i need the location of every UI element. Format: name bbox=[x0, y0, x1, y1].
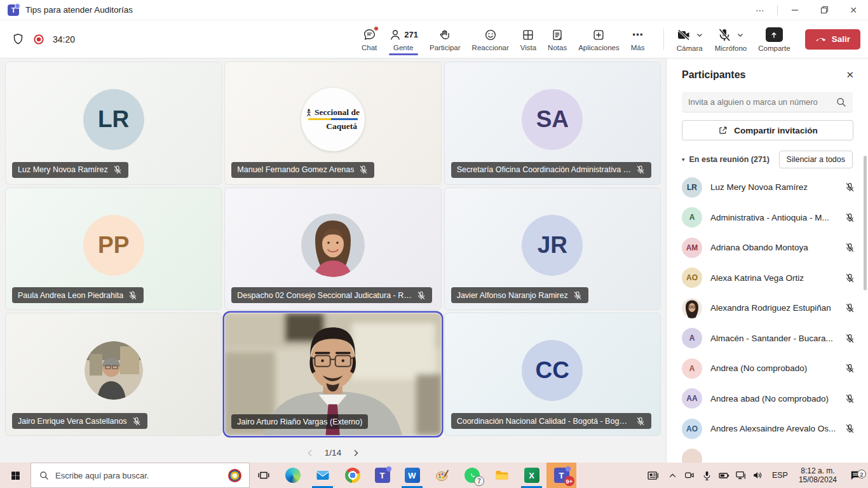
teams-meeting-window: T Tips para atender Auditorías ⋯ ✕ 34:20 bbox=[0, 0, 868, 488]
participants-panel: Participantes ✕ Compartir invitación ▾ E… bbox=[666, 58, 868, 463]
mic-muted-icon[interactable] bbox=[844, 423, 855, 434]
share-control[interactable]: Comparte bbox=[752, 27, 796, 52]
video-grid: LR Luz Mery Novoa Ramírez Seccional de bbox=[0, 58, 666, 436]
restore-icon[interactable] bbox=[810, 0, 839, 20]
taskbar-teams[interactable]: T bbox=[367, 463, 397, 488]
mic-muted-icon[interactable] bbox=[844, 333, 855, 344]
minimize-icon[interactable] bbox=[780, 0, 810, 20]
video-tile[interactable]: Despacho 02 Consejo Seccional Judicatura… bbox=[224, 187, 441, 311]
tab-chat[interactable]: Chat bbox=[356, 20, 383, 58]
panel-close-icon[interactable]: ✕ bbox=[846, 69, 854, 81]
taskbar-search-box[interactable] bbox=[31, 463, 250, 488]
profile-photo bbox=[85, 341, 143, 400]
participant-row[interactable]: Alexandra Rodriguez Estupiñan bbox=[667, 293, 868, 323]
taskbar-search-input[interactable] bbox=[55, 471, 222, 480]
avatar: AA bbox=[682, 388, 702, 409]
panel-scrollbar[interactable] bbox=[864, 156, 867, 290]
participant-row[interactable]: A Administrativa - Antioquia - M... bbox=[667, 203, 868, 233]
invite-search-box[interactable] bbox=[682, 92, 853, 112]
mic-chevron-down-icon[interactable] bbox=[736, 31, 744, 39]
tray-volume[interactable] bbox=[750, 469, 767, 482]
mic-muted-icon[interactable] bbox=[844, 242, 855, 253]
participant-row[interactable]: A Andrea (No comprobado) bbox=[667, 353, 868, 384]
tab-people[interactable]: 271 Gente bbox=[383, 20, 424, 58]
leave-button[interactable]: Salir bbox=[805, 29, 860, 50]
participant-row[interactable]: AA Andrea abad (No comprobado) bbox=[667, 384, 868, 414]
camera-control[interactable]: Cámara bbox=[670, 27, 709, 52]
camera-chevron-down-icon[interactable] bbox=[696, 31, 703, 39]
share-invite-icon bbox=[717, 125, 729, 136]
apps-plus-icon bbox=[592, 27, 606, 43]
tab-apps[interactable]: Aplicaciones bbox=[573, 20, 625, 58]
previous-page-icon[interactable] bbox=[306, 449, 315, 458]
action-center-button[interactable]: 2 bbox=[843, 469, 868, 482]
next-page-icon[interactable] bbox=[351, 449, 360, 458]
tab-more[interactable]: ⋯ Más bbox=[625, 20, 651, 58]
invite-search-input[interactable] bbox=[688, 97, 831, 107]
taskbar-mail[interactable] bbox=[308, 463, 337, 488]
tray-overflow-button[interactable] bbox=[664, 470, 681, 481]
tray-battery[interactable] bbox=[715, 469, 733, 482]
participant-name: Andrea abad (No comprobado) bbox=[710, 394, 836, 403]
participant-row[interactable]: LR Luz Mery Novoa Ramírez bbox=[667, 172, 868, 203]
clock[interactable]: 8:12 a. m. 15/08/2024 bbox=[793, 466, 843, 484]
name-tag: Jairo Arturo Riaño Vargas (Externo) bbox=[231, 414, 368, 429]
taskbar-teams-meeting-active[interactable]: T 9+ bbox=[546, 463, 576, 488]
speaker-icon bbox=[752, 469, 764, 482]
taskbar-paint[interactable] bbox=[427, 463, 457, 488]
participant-row[interactable]: AO Andres Alexsaindre Arevalo Os... bbox=[667, 414, 868, 444]
tab-view[interactable]: Vista bbox=[515, 20, 542, 58]
tab-react[interactable]: Reaccionar bbox=[466, 20, 515, 58]
tray-camera[interactable] bbox=[681, 470, 698, 482]
language-indicator[interactable]: ESP bbox=[767, 471, 793, 480]
start-button[interactable] bbox=[0, 463, 31, 488]
tab-raise-hand[interactable]: Participar bbox=[424, 20, 466, 58]
mic-muted-icon[interactable] bbox=[844, 363, 855, 374]
video-tile[interactable]: CC Coordinación Nacional Calidad - Bogot… bbox=[444, 313, 661, 436]
mic-muted-icon[interactable] bbox=[844, 182, 855, 193]
camera-off-icon[interactable] bbox=[676, 27, 691, 43]
coat-of-arms-icon bbox=[228, 469, 241, 482]
share-invite-button[interactable]: Compartir invitación bbox=[682, 120, 853, 140]
participant-row[interactable]: AM Adriana Obando Montoya bbox=[667, 233, 868, 263]
mic-muted-icon[interactable] bbox=[844, 212, 855, 223]
avatar: AM bbox=[682, 238, 702, 258]
smiley-icon bbox=[484, 27, 498, 43]
section-header[interactable]: ▾ En esta reunión (271) bbox=[682, 155, 770, 164]
taskbar-whatsapp[interactable]: 7 bbox=[457, 463, 487, 488]
mic-muted-icon bbox=[112, 165, 123, 175]
video-tile[interactable]: PP Paula Andrea Leon Piedrahita bbox=[5, 187, 222, 311]
news-icon bbox=[646, 469, 660, 482]
microphone-control[interactable]: Micrófono bbox=[709, 27, 753, 52]
taskbar-chrome[interactable] bbox=[337, 463, 367, 488]
window-more-options-icon[interactable]: ⋯ bbox=[745, 0, 775, 20]
taskbar-explorer[interactable] bbox=[487, 463, 517, 488]
edge-icon bbox=[285, 468, 301, 483]
camera-icon bbox=[684, 470, 696, 482]
share-screen-icon[interactable] bbox=[766, 27, 783, 42]
mic-muted-icon[interactable] bbox=[844, 302, 855, 313]
mute-all-button[interactable]: Silenciar a todos bbox=[779, 151, 853, 168]
tray-network[interactable] bbox=[733, 469, 750, 482]
tray-microphone[interactable] bbox=[698, 470, 715, 482]
participant-row[interactable]: A Almacén - Santander - Bucara... bbox=[667, 323, 868, 354]
news-widgets-button[interactable] bbox=[642, 469, 664, 482]
security-shield-icon[interactable] bbox=[11, 32, 25, 46]
close-icon[interactable]: ✕ bbox=[839, 0, 868, 20]
participant-name: Andres Alexsaindre Arevalo Os... bbox=[710, 424, 836, 433]
mic-off-icon[interactable] bbox=[717, 27, 732, 43]
video-tile[interactable]: Seccional de Caquetá Manuel Fernando Gom… bbox=[224, 62, 441, 185]
video-tile[interactable]: LR Luz Mery Novoa Ramírez bbox=[5, 62, 222, 185]
taskbar-edge[interactable] bbox=[278, 463, 308, 488]
taskbar-word[interactable]: W bbox=[397, 463, 427, 488]
taskbar-excel[interactable]: X bbox=[517, 463, 546, 488]
tab-notes[interactable]: Notas bbox=[542, 20, 573, 58]
mic-muted-icon[interactable] bbox=[844, 393, 855, 404]
video-tile-active-speaker[interactable]: Jairo Arturo Riaño Vargas (Externo) bbox=[224, 313, 441, 436]
participant-row[interactable]: AO Alexa Katrina Vega Ortiz bbox=[667, 263, 868, 294]
task-view-button[interactable] bbox=[250, 463, 278, 488]
mic-muted-icon[interactable] bbox=[844, 273, 855, 283]
video-tile[interactable]: JR Javier Alfonso Naranjo Ramirez bbox=[444, 187, 661, 311]
video-tile[interactable]: Jairo Enrique Vera Castellanos bbox=[5, 313, 222, 436]
video-tile[interactable]: SA Secretaría Oficina Coordinación Admin… bbox=[444, 62, 661, 185]
